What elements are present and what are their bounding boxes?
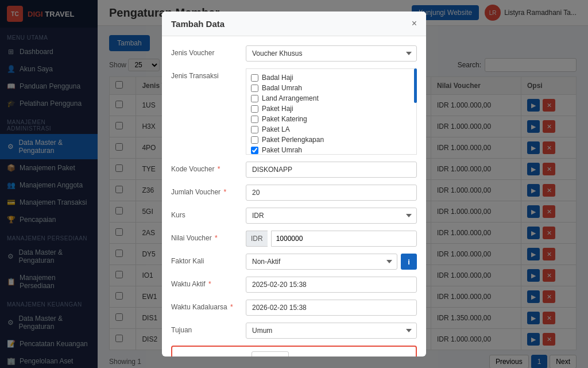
modal-title: Tambah Data — [171, 19, 225, 29]
faktor-info-button[interactable]: i — [401, 254, 417, 270]
kode-voucher-label: Kode Voucher * — [171, 162, 246, 173]
transaksi-checkbox-item: Paket LA — [251, 124, 412, 135]
jumlah-voucher-group: Jumlah Voucher * — [171, 185, 417, 201]
jenis-transaksi-label: Jenis Transaksi — [171, 68, 246, 80]
faktor-kali-select[interactable]: Non-Aktif Aktif — [246, 254, 397, 270]
waktu-aktif-wrap — [246, 277, 417, 293]
transaksi-label-1: Badal Umrah — [262, 84, 302, 92]
transaksi-label-7: Paket Umrah — [262, 146, 302, 154]
jenis-transaksi-group: Jenis Transaksi Badal HajiBadal UmrahLan… — [171, 68, 417, 155]
transaksi-checkbox-item: Paket Katering — [251, 114, 412, 124]
transaksi-checkbox-2[interactable] — [251, 95, 258, 102]
modal-body: Jenis Voucher Voucher Khusus Voucher Umu… — [162, 36, 426, 356]
transaksi-checkbox-3[interactable] — [251, 105, 258, 113]
waktu-aktif-input[interactable] — [246, 277, 417, 293]
kode-voucher-input[interactable] — [246, 162, 417, 178]
transaksi-checkbox-item: Badal Haji — [251, 72, 412, 83]
waktu-kadaluarsa-input[interactable] — [246, 300, 417, 316]
waktu-kadaluarsa-group: Waktu Kadaluarsa * — [171, 300, 417, 316]
tujuan-select[interactable]: Umum Khusus — [246, 323, 417, 339]
nilai-voucher-group: Nilai Voucher * IDR — [171, 231, 417, 247]
transaksi-label-0: Badal Haji — [262, 74, 293, 82]
faktor-kali-label: Faktor Kali — [171, 254, 246, 265]
transaksi-label-3: Paket Haji — [262, 105, 293, 113]
jenis-voucher-select[interactable]: Voucher Khusus Voucher Umum — [246, 45, 417, 62]
jenis-voucher-label: Jenis Voucher — [171, 45, 246, 57]
nilai-voucher-wrap: IDR — [246, 231, 417, 247]
nilai-voucher-input[interactable] — [271, 231, 417, 247]
kode-voucher-required: * — [218, 165, 220, 173]
khusus-mobile-label: Khusus Mobile Apps — [177, 355, 252, 356]
jumlah-voucher-wrap — [246, 185, 417, 201]
modal: Tambah Data × Jenis Voucher Voucher Khus… — [162, 12, 426, 356]
nilai-prefix: IDR — [246, 231, 268, 247]
nilai-row: IDR — [246, 231, 417, 247]
transaksi-checkbox-item: Paket Haji — [251, 103, 412, 114]
kurs-wrap: IDR USD — [246, 208, 417, 224]
waktu-kadaluarsa-wrap — [246, 300, 417, 316]
modal-close-button[interactable]: × — [412, 18, 417, 29]
jumlah-voucher-input[interactable] — [246, 185, 417, 201]
kode-voucher-wrap — [246, 162, 417, 178]
khusus-mobile-select-wrap: Tidak Ya — [252, 351, 289, 356]
waktu-kadaluarsa-label: Waktu Kadaluarsa * — [171, 300, 246, 311]
transaksi-checkbox-1[interactable] — [251, 85, 258, 92]
faktor-kali-group: Faktor Kali Non-Aktif Aktif i — [171, 254, 417, 270]
tujuan-wrap: Umum Khusus — [246, 323, 417, 339]
tujuan-label: Tujuan — [171, 323, 246, 334]
nilai-voucher-label: Nilai Voucher * — [171, 231, 246, 242]
transaksi-checkbox-0[interactable] — [251, 74, 258, 82]
tujuan-group: Tujuan Umum Khusus — [171, 323, 417, 339]
jenis-voucher-wrap: Voucher Khusus Voucher Umum — [246, 45, 417, 62]
transaksi-label-4: Paket Katering — [262, 115, 307, 123]
transaksi-checkbox-5[interactable] — [251, 126, 258, 133]
jenis-transaksi-list: Badal HajiBadal UmrahLand ArrangementPak… — [246, 68, 417, 155]
khusus-mobile-select[interactable]: Tidak Ya — [252, 351, 289, 356]
transaksi-checkbox-item: Badal Umrah — [251, 83, 412, 93]
modal-overlay[interactable]: Tambah Data × Jenis Voucher Voucher Khus… — [0, 0, 588, 368]
transaksi-label-6: Paket Perlengkapan — [262, 136, 324, 144]
kurs-select[interactable]: IDR USD — [246, 208, 417, 224]
transaksi-checkbox-4[interactable] — [251, 116, 258, 123]
faktor-row: Non-Aktif Aktif i — [246, 254, 417, 270]
jenis-transaksi-wrap: Badal HajiBadal UmrahLand ArrangementPak… — [246, 68, 417, 155]
khusus-mobile-group: Khusus Mobile Apps Tidak Ya 🔍 — [171, 346, 417, 356]
waktu-aktif-group: Waktu Aktif * — [171, 277, 417, 293]
transaksi-checkbox-item: Paket Umrah — [251, 145, 412, 155]
jumlah-voucher-label: Jumlah Voucher * — [171, 185, 246, 196]
jenis-voucher-group: Jenis Voucher Voucher Khusus Voucher Umu… — [171, 45, 417, 62]
transaksi-label-2: Land Arrangement — [262, 94, 319, 102]
modal-header: Tambah Data × — [162, 12, 426, 36]
transaksi-checkbox-item: Paket Perlengkapan — [251, 135, 412, 145]
transaksi-checkbox-item: Land Arrangement — [251, 93, 412, 103]
faktor-kali-wrap: Non-Aktif Aktif i — [246, 254, 417, 270]
transaksi-checkbox-6[interactable] — [251, 136, 258, 144]
transaksi-label-5: Paket LA — [262, 125, 290, 133]
khusus-mobile-row: Khusus Mobile Apps Tidak Ya — [177, 351, 289, 356]
waktu-aktif-label: Waktu Aktif * — [171, 277, 246, 288]
transaksi-checkbox-7[interactable] — [251, 147, 258, 154]
kode-voucher-group: Kode Voucher * — [171, 162, 417, 178]
kurs-label: Kurs — [171, 208, 246, 219]
kurs-group: Kurs IDR USD — [171, 208, 417, 224]
